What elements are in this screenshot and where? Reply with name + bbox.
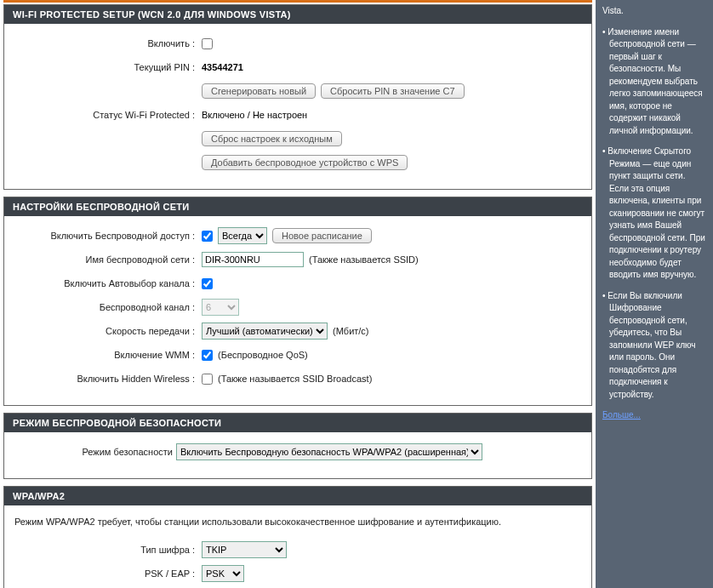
rate-select[interactable]: Лучший (автоматически)	[202, 323, 328, 340]
wireless-panel: НАСТРОЙКИ БЕСПРОВОДНОЙ СЕТИ Включить Бес…	[3, 197, 592, 406]
security-mode-label: Режим безопасности	[14, 447, 176, 457]
wps-enable-checkbox[interactable]	[202, 38, 213, 49]
wireless-enable-checkbox[interactable]	[202, 231, 213, 242]
channel-select[interactable]: 6	[202, 299, 239, 316]
hidden-note: (Также называется SSID Broadcast)	[218, 374, 372, 384]
auto-channel-label: Включить Автовыбор канала :	[14, 278, 202, 288]
more-link[interactable]: Больше...	[602, 410, 641, 420]
wps-pin-value: 43544271	[202, 62, 243, 72]
wps-status-value: Включено / Не настроен	[202, 110, 307, 120]
new-schedule-button[interactable]: Новое расписание	[272, 228, 372, 243]
security-mode-select[interactable]: Включить Беспроводную безопасность WPA/W…	[176, 443, 482, 460]
wps-header: WI-FI PROTECTED SETUP (WCN 2.0 ДЛЯ WINDO…	[4, 5, 591, 24]
cipher-select[interactable]: TKIP	[202, 541, 287, 558]
sidebar-text-3: • Если Вы включили Шифрование беспроводн…	[602, 290, 706, 402]
wpa-description: Режим WPA/WPA2 требует, чтобы станции ис…	[14, 516, 581, 528]
ssid-label: Имя беспроводной сети :	[14, 254, 202, 265]
sidebar-text-2: • Включение Скрытого Режима — еще один п…	[602, 146, 706, 282]
wireless-enable-label: Включить Беспроводной доступ :	[14, 231, 202, 241]
reset-config-button[interactable]: Сброс настроек к исходным	[202, 131, 342, 146]
wps-panel: WI-FI PROTECTED SETUP (WCN 2.0 ДЛЯ WINDO…	[3, 4, 592, 190]
generate-pin-button[interactable]: Сгенерировать новый	[202, 83, 316, 99]
channel-label: Беспроводной канал :	[14, 302, 202, 312]
hidden-checkbox[interactable]	[202, 374, 213, 385]
wireless-header: НАСТРОЙКИ БЕСПРОВОДНОЙ СЕТИ	[4, 197, 591, 216]
wps-enable-label: Включить :	[14, 38, 202, 49]
wpa-panel: WPA/WPA2 Режим WPA/WPA2 требует, чтобы с…	[3, 486, 592, 588]
sidebar-text-0: Vista.	[602, 5, 706, 18]
rate-label: Скорость передачи :	[14, 326, 202, 336]
ssid-input[interactable]	[202, 252, 304, 267]
reset-pin-button[interactable]: Сбросить PIN в значение С7	[321, 83, 465, 99]
rate-unit: (Мбит/с)	[333, 326, 369, 336]
auto-channel-checkbox[interactable]	[202, 278, 213, 289]
wmm-note: (Беспроводное QoS)	[218, 350, 308, 360]
ssid-note: (Также называется SSID)	[309, 254, 419, 265]
cipher-label: Тип шифра :	[14, 545, 202, 555]
wps-pin-label: Текущий PIN :	[14, 62, 202, 72]
wpa-header: WPA/WPA2	[4, 487, 591, 505]
wps-status-label: Статус Wi-Fi Protected :	[14, 110, 202, 120]
psk-eap-select[interactable]: PSK	[202, 565, 244, 582]
hidden-label: Включить Hidden Wireless :	[14, 374, 202, 384]
psk-eap-label: PSK / EAP :	[14, 568, 202, 579]
add-wps-device-button[interactable]: Добавить беспроводное устройство с WPS	[202, 155, 408, 170]
sidebar-text-1: • Изменение имени беспроводной сети — пе…	[602, 26, 706, 138]
schedule-select[interactable]: Всегда	[218, 227, 267, 244]
wmm-checkbox[interactable]	[202, 350, 213, 361]
security-panel: РЕЖИМ БЕСПРОВОДНОЙ БЕЗОПАСНОСТИ Режим бе…	[3, 413, 592, 479]
wmm-label: Включение WMM :	[14, 350, 202, 360]
help-sidebar: Vista. • Изменение имени беспроводной се…	[596, 0, 713, 588]
security-header: РЕЖИМ БЕСПРОВОДНОЙ БЕЗОПАСНОСТИ	[4, 414, 591, 432]
